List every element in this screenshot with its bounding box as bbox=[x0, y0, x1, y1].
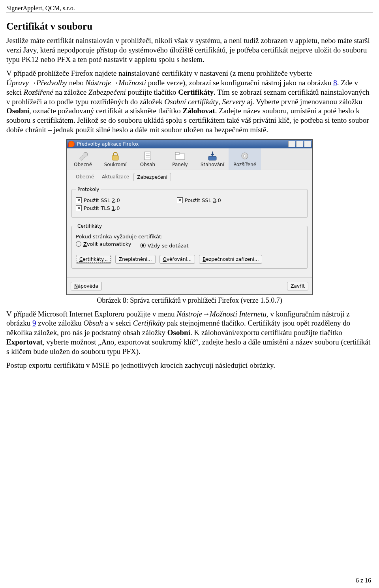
text: Použít SSL bbox=[185, 197, 213, 203]
subtab-updates[interactable]: Aktualizace bbox=[98, 172, 133, 181]
accel: B bbox=[203, 257, 206, 262]
radio-ask[interactable]: Vždy se dotázat bbox=[140, 243, 189, 249]
tab-name: Osobní bbox=[167, 328, 190, 337]
category-advanced[interactable]: Rozšířené bbox=[229, 148, 261, 170]
accel: N bbox=[74, 283, 78, 289]
button-name: Zálohovat bbox=[182, 107, 215, 115]
text: , vyberte možnost „Ano, exportovat soukr… bbox=[6, 338, 370, 356]
text: , bbox=[218, 97, 222, 106]
certificates-legend: Certifikáty bbox=[76, 223, 103, 229]
close-dialog-button[interactable]: Zavřít bbox=[287, 282, 308, 290]
text: . K zálohování/exportu certifikátu použi… bbox=[190, 328, 342, 337]
text: ezpečnostní zařízení... bbox=[206, 257, 259, 262]
document-icon bbox=[141, 151, 154, 161]
category-general[interactable]: Obecné bbox=[67, 148, 99, 170]
protocols-fieldset: Protokoly ✕Použít SSL 2.0 ✕Použít SSL 3.… bbox=[71, 187, 308, 218]
text: použijte tlačítko bbox=[126, 88, 178, 96]
firefox-preferences-window: Předvolby aplikace Firefox Obecné Soukro… bbox=[66, 139, 313, 295]
category-label: Obsah bbox=[140, 162, 155, 167]
maximize-button[interactable] bbox=[296, 141, 303, 147]
help-button[interactable]: Nápověda bbox=[71, 282, 102, 290]
text: nebo bbox=[67, 79, 85, 87]
text: aj. Vyberte prvně jmenovanou záložku bbox=[245, 97, 362, 106]
paragraph-2: V případě prohlížeče Firefox najdete nai… bbox=[6, 69, 373, 134]
minimize-button[interactable] bbox=[288, 141, 295, 147]
category-downloads[interactable]: Stahování bbox=[196, 148, 229, 170]
svg-rect-6 bbox=[175, 152, 179, 155]
paragraph-4: Postup exportu certifikátu v MSIE po jed… bbox=[6, 361, 373, 370]
accel: Z bbox=[83, 241, 87, 247]
section-title: Certifikát v souboru bbox=[6, 21, 373, 32]
ssl3-checkbox[interactable]: ✕Použít SSL 3.0 bbox=[177, 197, 221, 203]
protocols-legend: Protokoly bbox=[76, 187, 101, 192]
svg-rect-1 bbox=[144, 152, 151, 160]
close-button[interactable] bbox=[304, 141, 311, 147]
radio-auto[interactable]: Zvolit automaticky bbox=[76, 241, 131, 247]
firefox-icon bbox=[68, 141, 75, 147]
wrench-icon bbox=[77, 151, 89, 161]
category-tabs[interactable]: Panely bbox=[164, 148, 196, 170]
accel: V bbox=[148, 243, 151, 249]
tab-name: Osobní certifikáty bbox=[164, 97, 218, 106]
tab-name: Zabezpečení bbox=[88, 88, 126, 96]
page-header: SignerApplert, QCM, s.r.o. bbox=[6, 5, 373, 13]
paragraph-1: Jestliže máte certifikát nainstalován v … bbox=[6, 36, 373, 64]
section-name: Rozšířené bbox=[24, 88, 53, 96]
category-label: Panely bbox=[172, 162, 188, 167]
window-title: Předvolby aplikace Firefox bbox=[77, 141, 139, 147]
svg-rect-0 bbox=[112, 155, 118, 160]
category-toolbar: Obecné Soukromí Obsah Panely Stahování R… bbox=[67, 148, 312, 170]
text: volit automaticky bbox=[87, 241, 131, 247]
certificates-text: Pokud stránka vyžaduje certifikát: bbox=[76, 234, 303, 240]
lock-icon bbox=[109, 151, 122, 161]
gear-icon bbox=[238, 151, 251, 161]
text: .0 bbox=[115, 205, 120, 211]
paragraph-3: V případě Microsoft Internet Exploreru p… bbox=[6, 309, 373, 356]
text: ždy se dotázat bbox=[151, 243, 189, 249]
download-icon bbox=[206, 151, 219, 161]
svg-point-9 bbox=[244, 155, 246, 157]
category-privacy[interactable]: Soukromí bbox=[99, 148, 131, 170]
text: .0 bbox=[216, 197, 221, 203]
accel: O bbox=[163, 257, 167, 262]
subtab-security[interactable]: Zabezpečení bbox=[133, 173, 171, 181]
tab-name: Osobní bbox=[6, 107, 29, 115]
certificates-fieldset: Certifikáty Pokud stránka vyžaduje certi… bbox=[71, 223, 308, 269]
text: ertifikáty... bbox=[83, 257, 108, 262]
menu-path: Úpravy→Předvolby bbox=[6, 79, 67, 87]
tab-name: Obsah bbox=[83, 319, 103, 327]
certificates-button[interactable]: Certifikáty... bbox=[76, 255, 111, 264]
revocation-button[interactable]: Zneplatnění... bbox=[115, 255, 156, 264]
accel: 1 bbox=[112, 205, 115, 211]
figure-link-8[interactable]: 8 bbox=[333, 79, 337, 87]
tabs-icon bbox=[174, 151, 186, 161]
window-titlebar: Předvolby aplikace Firefox bbox=[67, 140, 312, 148]
text: , označte požadovaný certifikát a stiskn… bbox=[29, 107, 182, 115]
menu-path: Nástroje→Možnosti bbox=[86, 79, 146, 87]
security-devices-button[interactable]: Bezpečnostní zařízení... bbox=[199, 255, 262, 264]
subtab-bar: Obecné Aktualizace Zabezpečení bbox=[71, 172, 308, 181]
text: V případě prohlížeče Firefox najdete nai… bbox=[6, 69, 312, 77]
text: .0 bbox=[115, 197, 120, 203]
text: podle verze), zobrazí se konfigurační ná… bbox=[146, 79, 333, 87]
subtab-general[interactable]: Obecné bbox=[72, 172, 98, 181]
category-label: Obecné bbox=[74, 162, 92, 167]
verification-button[interactable]: Ověřování... bbox=[159, 255, 195, 264]
button-name: Exportovat bbox=[6, 338, 43, 346]
text: na záložce bbox=[53, 88, 88, 96]
text: a v sekci bbox=[103, 319, 133, 327]
section-name: Certifikáty bbox=[133, 319, 165, 327]
category-label: Stahování bbox=[201, 162, 224, 167]
button-name: Certifikáty bbox=[178, 88, 214, 96]
text: Použít SSL bbox=[84, 197, 112, 203]
svg-rect-7 bbox=[208, 156, 216, 160]
tls1-checkbox[interactable]: ✕Použít TLS 1.0 bbox=[76, 205, 120, 211]
text: V případě Microsoft Internet Exploreru p… bbox=[6, 310, 176, 318]
category-content[interactable]: Obsah bbox=[131, 148, 164, 170]
tab-name: Servery bbox=[222, 97, 245, 106]
text: Použít TLS bbox=[84, 205, 112, 211]
text: ápověda bbox=[78, 283, 98, 289]
text: věřování... bbox=[167, 257, 191, 262]
ssl2-checkbox[interactable]: ✕Použít SSL 2.0 bbox=[76, 197, 120, 203]
category-label: Soukromí bbox=[104, 162, 127, 167]
